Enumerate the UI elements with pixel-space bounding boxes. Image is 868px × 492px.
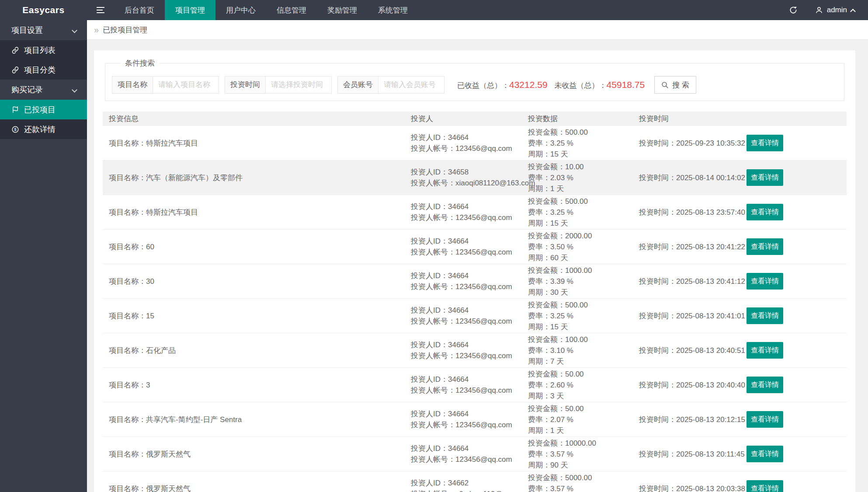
sidebar-item-repayment-details[interactable]: $ 还款详情 bbox=[0, 119, 87, 139]
nav-item-reward-management[interactable]: 奖励管理 bbox=[317, 0, 368, 20]
invest-data-cell: 投资金额：500.00 费率：3.25 % 周期：15 天 bbox=[522, 300, 633, 332]
view-detail-button[interactable]: 查看详情 bbox=[746, 238, 783, 255]
sidebar-item-invested-projects[interactable]: 已投项目 bbox=[0, 100, 87, 119]
invest-cycle: 15 天 bbox=[550, 219, 568, 227]
table-row: 项目名称：石化产品 投资人ID：34664 投资人帐号：123456@qq.co… bbox=[103, 333, 847, 368]
table-header: 投资信息 投资人 投资数据 投资时间 bbox=[103, 112, 847, 126]
table-row: 项目名称：3 投资人ID：34664 投资人帐号：123456@qq.com 投… bbox=[103, 368, 847, 402]
invest-rate: 3.57 % bbox=[550, 450, 573, 458]
investor-account: 123456@qq.com bbox=[455, 455, 512, 464]
invest-cycle: 1 天 bbox=[550, 426, 564, 435]
actions-cell: 查看详情 bbox=[740, 411, 847, 428]
nav-item-info-management[interactable]: 信息管理 bbox=[266, 0, 317, 20]
view-detail-button[interactable]: 查看详情 bbox=[746, 135, 783, 151]
project-name-cell: 项目名称：俄罗斯天然气 bbox=[103, 449, 405, 460]
header-investor: 投资人 bbox=[405, 114, 522, 124]
sidebar-item-project-list[interactable]: 项目列表 bbox=[0, 40, 87, 60]
view-detail-button[interactable]: 查看详情 bbox=[746, 480, 783, 492]
invest-time-cell: 投资时间：2025-08-13 20:03:38 bbox=[633, 483, 740, 492]
invest-amount: 10000.00 bbox=[565, 439, 596, 447]
invest-data-cell: 投资金额：500.00 费率：3.25 % 周期：15 天 bbox=[522, 127, 633, 160]
investor-cell: 投资人ID：34658 投资人帐号：xiaoqi081120@163.com bbox=[405, 167, 522, 188]
table-row: 项目名称：俄罗斯天然气 投资人ID：34664 投资人帐号：123456@qq.… bbox=[103, 437, 847, 471]
invest-rate: 3.25 % bbox=[550, 312, 573, 320]
actions-cell: 查看详情 bbox=[740, 377, 847, 393]
invest-data-cell: 投资金额：50.00 费率：2.60 % 周期：3 天 bbox=[522, 369, 633, 401]
svg-text:$: $ bbox=[14, 127, 17, 132]
project-name: 特斯拉汽车项目 bbox=[146, 208, 198, 216]
view-detail-button[interactable]: 查看详情 bbox=[746, 446, 783, 462]
actions-cell: 查看详情 bbox=[740, 238, 847, 255]
invest-time-cell: 投资时间：2025-08-13 20:40:40 bbox=[633, 380, 740, 391]
sidebar-item-project-category[interactable]: 项目分类 bbox=[0, 60, 87, 80]
view-detail-button[interactable]: 查看详情 bbox=[746, 342, 783, 359]
sidebar-group-label: 项目设置 bbox=[11, 25, 43, 35]
search-button[interactable]: 搜 索 bbox=[654, 76, 696, 94]
table-row: 项目名称：共享汽车-简约型-日产 Sentra 投资人ID：34664 投资人帐… bbox=[103, 402, 847, 437]
investor-cell: 投资人ID：34664 投资人帐号：123456@qq.com bbox=[405, 270, 522, 292]
invest-time-cell: 投资时间：2025-08-13 20:12:15 bbox=[633, 414, 740, 425]
user-menu[interactable]: admin bbox=[815, 6, 855, 14]
header-invest-info: 投资信息 bbox=[103, 114, 405, 124]
refresh-icon[interactable] bbox=[789, 6, 798, 14]
investor-account: 123456@qq.com bbox=[455, 352, 512, 360]
link-icon bbox=[11, 66, 19, 74]
investor-account: 123456@qq.com bbox=[455, 421, 512, 429]
invest-rate: 2.60 % bbox=[550, 381, 573, 389]
actions-cell: 查看详情 bbox=[740, 480, 847, 492]
investor-cell: 投资人ID：34664 投资人帐号：123456@qq.com bbox=[405, 236, 522, 258]
hamburger-menu-icon[interactable] bbox=[87, 0, 114, 20]
invest-data-cell: 投资金额：1000.00 费率：3.39 % 周期：30 天 bbox=[522, 265, 633, 298]
search-group-invest-time: 投资时间 bbox=[225, 76, 332, 94]
project-name-cell: 项目名称：共享汽车-简约型-日产 Sentra bbox=[103, 414, 405, 425]
main-content: » 已投项目管理 条件搜索 项目名称 投资时间 会员账号 bbox=[87, 20, 868, 492]
invest-time: 2025-08-13 20:41:22 bbox=[676, 243, 745, 251]
project-name-cell: 项目名称：15 bbox=[103, 311, 405, 321]
nav-item-system-management[interactable]: 系统管理 bbox=[368, 0, 418, 20]
table-row: 项目名称：特斯拉汽车项目 投资人ID：34664 投资人帐号：123456@qq… bbox=[103, 126, 847, 161]
project-name: 俄罗斯天然气 bbox=[146, 450, 191, 458]
project-name: 15 bbox=[146, 312, 154, 320]
nav-item-user-center[interactable]: 用户中心 bbox=[215, 0, 266, 20]
invest-rate: 3.39 % bbox=[550, 277, 573, 286]
view-detail-button[interactable]: 查看详情 bbox=[746, 411, 783, 428]
table-body: 项目名称：特斯拉汽车项目 投资人ID：34664 投资人帐号：123456@qq… bbox=[103, 126, 847, 492]
invest-data-cell: 投资金额：2000.00 费率：3.50 % 周期：60 天 bbox=[522, 230, 633, 263]
view-detail-button[interactable]: 查看详情 bbox=[746, 377, 783, 393]
investor-account: 123456@qq.com bbox=[455, 248, 512, 256]
investor-id: 34664 bbox=[448, 341, 469, 349]
actions-cell: 查看详情 bbox=[740, 204, 847, 220]
chevron-up-icon bbox=[850, 8, 856, 14]
nav-item-project-management[interactable]: 项目管理 bbox=[165, 0, 215, 20]
invest-rate: 3.10 % bbox=[550, 346, 573, 355]
project-name-input[interactable] bbox=[153, 76, 219, 94]
sidebar-group-project-settings[interactable]: 项目设置 bbox=[0, 20, 87, 40]
project-name-label: 项目名称 bbox=[112, 76, 153, 94]
investor-cell: 投资人ID：34664 投资人帐号：123456@qq.com bbox=[405, 132, 522, 154]
search-icon bbox=[661, 81, 669, 89]
project-name-cell: 项目名称：俄罗斯天然气 bbox=[103, 483, 405, 492]
project-name-cell: 项目名称：石化产品 bbox=[103, 345, 405, 356]
sidebar-group-purchase-records[interactable]: 购买记录 bbox=[0, 80, 87, 100]
view-detail-button[interactable]: 查看详情 bbox=[746, 273, 783, 290]
project-name-cell: 项目名称：特斯拉汽车项目 bbox=[103, 207, 405, 218]
view-detail-button[interactable]: 查看详情 bbox=[746, 307, 783, 324]
invest-time-input[interactable] bbox=[265, 76, 332, 94]
invest-amount: 1000.00 bbox=[565, 266, 592, 275]
invest-time: 2025-08-13 20:03:38 bbox=[676, 485, 745, 492]
project-name: 特斯拉汽车项目 bbox=[146, 139, 198, 147]
unreceived-profit-total: 未收益（总）： 45918.75 bbox=[555, 80, 645, 91]
invest-amount: 5000.00 bbox=[565, 474, 592, 482]
view-detail-button[interactable]: 查看详情 bbox=[746, 169, 783, 186]
view-detail-button[interactable]: 查看详情 bbox=[746, 204, 783, 220]
project-name-cell: 项目名称：30 bbox=[103, 276, 405, 287]
page-title: 已投项目管理 bbox=[103, 25, 147, 35]
member-account-input[interactable] bbox=[378, 76, 444, 94]
invest-rate: 2.03 % bbox=[550, 174, 573, 182]
investor-cell: 投资人ID：34664 投资人帐号：123456@qq.com bbox=[405, 305, 522, 327]
investor-id: 34662 bbox=[448, 479, 469, 487]
nav-item-dashboard[interactable]: 后台首页 bbox=[114, 0, 165, 20]
invest-time-cell: 投资时间：2025-08-13 23:57:40 bbox=[633, 207, 740, 218]
invest-amount: 2000.00 bbox=[565, 232, 592, 240]
investor-account: 123456@qq.com bbox=[455, 144, 512, 153]
